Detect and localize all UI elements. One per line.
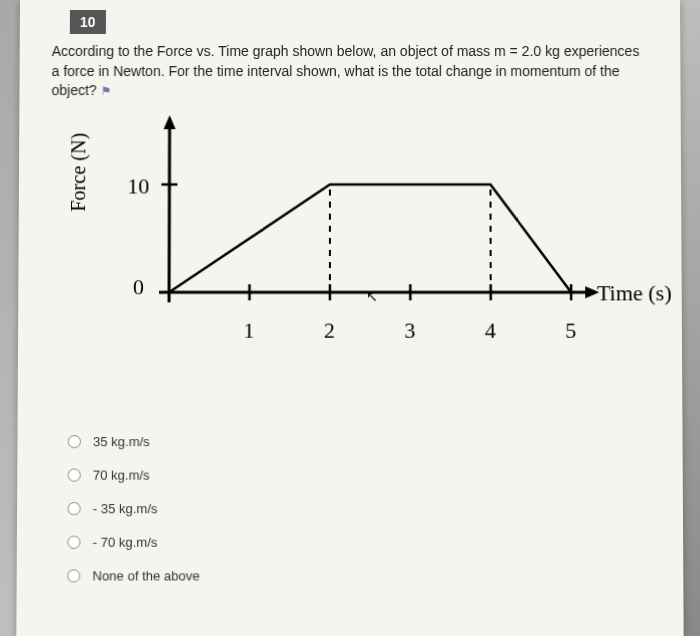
force-line [169, 184, 571, 292]
y-axis [169, 121, 170, 302]
option-label: - 70 kg.m/s [93, 534, 158, 549]
question-paper: 10 According to the Force vs. Time graph… [16, 0, 683, 636]
radio-icon[interactable] [68, 435, 81, 448]
radio-icon[interactable] [68, 468, 81, 481]
option-label: 35 kg.m/s [93, 434, 150, 449]
x-axis-label: Time (s) [597, 280, 672, 306]
chart-svg [68, 111, 631, 353]
y-axis-arrow [164, 115, 176, 129]
x-tick-label-2: 2 [324, 317, 335, 343]
option-c[interactable]: - 35 kg.m/s [67, 501, 652, 516]
x-tick-label-3: 3 [404, 317, 415, 343]
force-time-chart: Force (N) Time (s) 10 0 1 2 3 4 5 ↖ [68, 111, 652, 393]
option-label: 70 kg.m/s [93, 467, 150, 482]
option-e[interactable]: None of the above [67, 568, 653, 583]
x-tick-label-4: 4 [485, 317, 496, 343]
radio-icon[interactable] [67, 535, 80, 548]
question-text-content: According to the Force vs. Time graph sh… [51, 43, 639, 98]
answer-options: 35 kg.m/s 70 kg.m/s - 35 kg.m/s - 70 kg.… [67, 434, 653, 584]
radio-icon[interactable] [67, 569, 80, 582]
option-d[interactable]: - 70 kg.m/s [67, 534, 653, 549]
origin-label: 0 [133, 274, 144, 300]
option-label: None of the above [92, 568, 199, 583]
y-axis-label: Force (N) [67, 133, 90, 212]
x-tick-label-5: 5 [565, 317, 576, 343]
radio-icon[interactable] [67, 502, 80, 515]
question-number-badge: 10 [70, 10, 106, 34]
x-tick-label-1: 1 [243, 317, 254, 343]
option-label: - 35 kg.m/s [93, 501, 158, 516]
option-a[interactable]: 35 kg.m/s [68, 434, 653, 449]
flag-icon: ⚑ [101, 84, 112, 98]
question-text: According to the Force vs. Time graph sh… [51, 42, 650, 101]
y-tick-label-10: 10 [127, 173, 149, 199]
option-b[interactable]: 70 kg.m/s [68, 467, 653, 482]
